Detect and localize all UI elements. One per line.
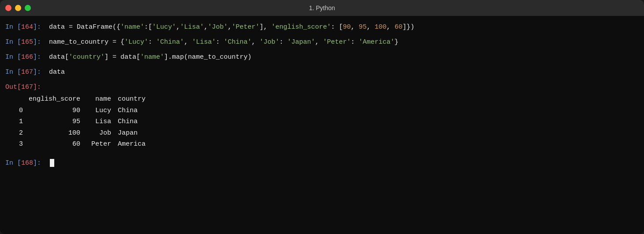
minimize-button[interactable] xyxy=(15,5,21,11)
cell-164-prompt: In [164]: xyxy=(5,22,41,33)
table-header: english_score name country xyxy=(14,94,151,105)
cell-167-prompt: In [167]: xyxy=(5,67,41,78)
python-window: 1. Python In [164]: data = DataFrame({'n… xyxy=(0,0,644,234)
cell-164-code[interactable]: data = DataFrame({'name':['Lucy','Lisa',… xyxy=(41,22,414,33)
output-167: Out[167]: english_score name country 0 9… xyxy=(0,80,644,152)
window-title: 1. Python xyxy=(309,4,335,11)
table-row: 0 90 Lucy China xyxy=(14,105,151,117)
cell-166-code[interactable]: data['country'] = data['name'].map(name_… xyxy=(41,52,251,63)
cell-168: In [168]: xyxy=(0,156,644,170)
notebook-content: In [164]: data = DataFrame({'name':['Luc… xyxy=(0,16,644,234)
header-name: name xyxy=(85,94,116,105)
header-english-score: english_score xyxy=(27,94,85,105)
cell-164: In [164]: data = DataFrame({'name':['Luc… xyxy=(0,20,644,34)
traffic-lights xyxy=(5,5,31,11)
cell-166: In [166]: data['country'] = data['name']… xyxy=(0,50,644,64)
out-167-label: Out[167]: xyxy=(5,82,41,93)
cell-165: In [165]: name_to_country = {'Lucy': 'Ch… xyxy=(0,35,644,49)
header-country: country xyxy=(116,94,151,105)
cursor xyxy=(50,159,54,167)
maximize-button[interactable] xyxy=(25,5,31,11)
cell-165-code[interactable]: name_to_country = {'Lucy': 'China', 'Lis… xyxy=(41,37,398,48)
cell-165-prompt: In [165]: xyxy=(5,37,41,48)
cell-168-prompt: In [168]: xyxy=(5,158,41,169)
table-row: 2 100 Job Japan xyxy=(14,128,151,139)
cell-167-code[interactable]: data xyxy=(41,67,65,78)
table-row: 1 95 Lisa China xyxy=(14,116,151,128)
close-button[interactable] xyxy=(5,5,11,11)
cell-168-input[interactable] xyxy=(41,158,54,169)
titlebar: 1. Python xyxy=(0,0,644,16)
cell-166-prompt: In [166]: xyxy=(5,52,41,63)
cell-167: In [167]: data xyxy=(0,65,644,79)
output-table: english_score name country 0 90 Lucy Chi… xyxy=(14,94,151,150)
table-row: 3 60 Peter America xyxy=(14,139,151,150)
